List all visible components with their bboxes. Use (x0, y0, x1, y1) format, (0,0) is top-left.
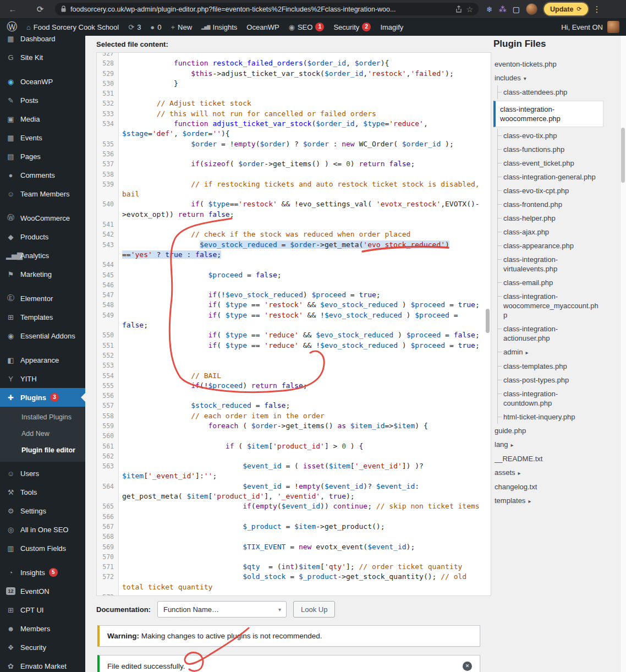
file-class-ajax.php[interactable]: class-ajax.php (497, 225, 603, 239)
file-class-evo-tix.php[interactable]: class-evo-tix.php (497, 129, 603, 143)
code-editor[interactable]: 527528 function restock_failed_orders($o… (96, 52, 491, 596)
admin-bar-item-comments[interactable]: ●0 (150, 23, 161, 31)
sidebar-item-yith[interactable]: YYITH (0, 369, 85, 388)
sidebar-item-marketing[interactable]: ⚑Marketing (0, 265, 85, 283)
sidebar-item-elementor[interactable]: ⒺElementor (0, 289, 85, 308)
square-icon[interactable]: ▢ (513, 5, 520, 14)
share-icon[interactable] (455, 6, 462, 13)
admin-bar-item-oceanwp[interactable]: OceanWP (246, 23, 279, 31)
sidebar-item-tools[interactable]: ⚒Tools (0, 483, 85, 501)
sidebar-item-plugins[interactable]: ✚Plugins3 (0, 388, 85, 407)
folder-assets[interactable]: assets▸ (493, 466, 603, 480)
sidebar-item-custom-fields[interactable]: ▥Custom Fields (0, 539, 85, 558)
file-guide.php[interactable]: guide.php (493, 424, 603, 438)
look-up-button[interactable]: Look Up (293, 601, 335, 618)
sidebar-item-label: Insights (20, 569, 45, 577)
file-class-functions.php[interactable]: class-functions.php (497, 143, 603, 156)
sidebar-item-label: Installed Plugins (21, 413, 72, 421)
file-class-appearance.php[interactable]: class-appearance.php (497, 239, 603, 253)
folder-lang[interactable]: lang▸ (493, 438, 603, 452)
file-class-integration-general.php[interactable]: class-integration-general.php (497, 170, 603, 184)
user-avatar[interactable] (607, 21, 619, 33)
admin-bar-item-updates[interactable]: ⟳3 (128, 23, 141, 31)
file-class-frontend.php[interactable]: class-frontend.php (497, 198, 603, 211)
sidebar-item-analytics[interactable]: ▂▅▇Analytics (0, 246, 85, 265)
lock-icon (61, 6, 67, 13)
sidebar-item-envato-market[interactable]: ✿Envato Market (0, 657, 85, 672)
chevron-right-icon: ▸ (528, 498, 531, 504)
browser-back-button[interactable]: ← (6, 4, 20, 14)
sidebar-item-users[interactable]: ☺Users (0, 464, 85, 483)
file-class-templates.php[interactable]: class-templates.php (497, 359, 603, 373)
sidebar-item-products[interactable]: ◆Products (0, 227, 85, 246)
page-scrollbar-thumb[interactable] (621, 128, 625, 183)
profile-avatar[interactable] (526, 3, 537, 15)
sidebar-item-team-members[interactable]: ☺Team Members (0, 184, 85, 203)
admin-bar-item-site-name[interactable]: ⌂Food Sorcery Cook School (26, 23, 119, 31)
sidebar-item-oceanwp[interactable]: ◉OceanWP (0, 72, 85, 91)
file-class-helper.php[interactable]: class-helper.php (497, 211, 603, 225)
sidebar-item-dashboard[interactable]: ▦Dashboard (0, 36, 85, 48)
sidebar-item-insights[interactable]: ◔Insights5 (0, 563, 85, 582)
sidebar-item-posts[interactable]: ✎Posts (0, 91, 85, 110)
code-line: 530 } (97, 79, 491, 89)
sidebar-item-pages[interactable]: ▤Pages (0, 147, 85, 166)
sidebar-item-cpt-ui[interactable]: ⊞CPT UI (0, 600, 85, 619)
line-number: 533 (97, 109, 119, 119)
paw-icon[interactable]: ⁂ (499, 5, 507, 14)
sidebar-item-events[interactable]: ▦Events (0, 128, 85, 147)
sidebar-item-media[interactable]: ▣Media (0, 110, 85, 128)
editor-scrollbar-thumb[interactable] (486, 309, 490, 333)
file-class-email.php[interactable]: class-email.php (497, 276, 603, 289)
file-class-integration-woocommerce_myaccount.php[interactable]: class-integration-woocommerce_myaccount.… (497, 289, 603, 322)
browser-reload-button[interactable]: ⟳ (33, 4, 47, 14)
file-class-attendees.php[interactable]: class-attendees.php (497, 85, 603, 99)
browser-menu-icon[interactable]: ⋮ (593, 4, 601, 14)
admin-bar-item-new-content[interactable]: +New (171, 23, 192, 31)
sidebar-item-eventon[interactable]: 12EventON (0, 582, 85, 600)
admin-bar-item-imagify[interactable]: Imagify (380, 23, 403, 31)
sidebar-item-woocommerce[interactable]: ⓌWooCommerce (0, 209, 85, 227)
function-name-select[interactable]: Function Name… ▾ (157, 601, 287, 618)
line-number: 541 (97, 220, 119, 230)
bookmark-star-icon[interactable]: ☆ (466, 5, 473, 14)
sidebar-item-installed-plugins[interactable]: Installed Plugins (0, 409, 85, 425)
sidebar-item-site-kit[interactable]: GSite Kit (0, 48, 85, 67)
file-class-integration-actionuser.php[interactable]: class-integration-actionuser.php (497, 322, 603, 345)
file-class-integration-virtualevents.php[interactable]: class-integration-virtualevents.php (497, 253, 603, 276)
file-html-ticket-inquery.php[interactable]: html-ticket-inquery.php (497, 410, 603, 424)
sidebar-item-all-in-one-seo[interactable]: ◎All in One SEO (0, 520, 85, 539)
page-scrollbar-track[interactable] (620, 36, 626, 672)
woocommerce-icon: Ⓦ (6, 213, 15, 223)
file-changelog.txt[interactable]: changelog.txt (493, 480, 603, 494)
sidebar-item-add-new[interactable]: Add New (0, 425, 85, 442)
sidebar-item-templates[interactable]: ⊞Templates (0, 308, 85, 326)
folder-admin[interactable]: admin▸ (497, 345, 603, 359)
address-bar[interactable]: foodsorcery.co.uk/wp-admin/plugin-editor… (55, 3, 479, 15)
admin-bar-greeting[interactable]: Hi, Event ON (561, 23, 603, 31)
dismiss-notice-button[interactable]: ✕ (463, 662, 472, 671)
file-class-post-types.php[interactable]: class-post-types.php (497, 373, 603, 387)
sidebar-item-comments[interactable]: ●Comments (0, 166, 85, 184)
admin-bar-item-security[interactable]: Security2 (333, 23, 371, 31)
chrome-update-button[interactable]: Update ⟳ (544, 3, 588, 15)
snowflake-icon[interactable]: ❄ (486, 5, 493, 14)
file-__README.txt[interactable]: __README.txt (493, 452, 603, 466)
admin-bar-item-wp-logo[interactable]: Ⓦ (7, 20, 17, 34)
sidebar-item-plugin-file-editor[interactable]: Plugin file editor (0, 442, 85, 458)
file-class-integration-countdown.php[interactable]: class-integration-countdown.php (497, 387, 603, 410)
line-number: 530 (97, 79, 119, 89)
sidebar-item-settings[interactable]: ⚙Settings (0, 501, 85, 520)
sidebar-item-essential-addons[interactable]: ◉Essential Addons (0, 326, 85, 345)
sidebar-item-members[interactable]: ☻Members (0, 619, 85, 638)
file-class-evo-tix-cpt.php[interactable]: class-evo-tix-cpt.php (497, 184, 603, 198)
folder-includes[interactable]: includes▾ (493, 71, 603, 85)
folder-templates[interactable]: templates▸ (493, 494, 603, 508)
file-class-integration-woocommerce.php[interactable]: class-integration-woocommerce.php (493, 101, 603, 127)
file-eventon-tickets.php[interactable]: eventon-tickets.php (493, 57, 603, 71)
admin-bar-item-insights[interactable]: ▂▅▇Insights (201, 23, 237, 31)
sidebar-item-appearance[interactable]: ◧Appearance (0, 351, 85, 369)
admin-bar-item-seo[interactable]: ◉SEO1 (289, 23, 325, 31)
sidebar-item-security[interactable]: ❖Security (0, 638, 85, 657)
file-class-event_ticket.php[interactable]: class-event_ticket.php (497, 156, 603, 170)
